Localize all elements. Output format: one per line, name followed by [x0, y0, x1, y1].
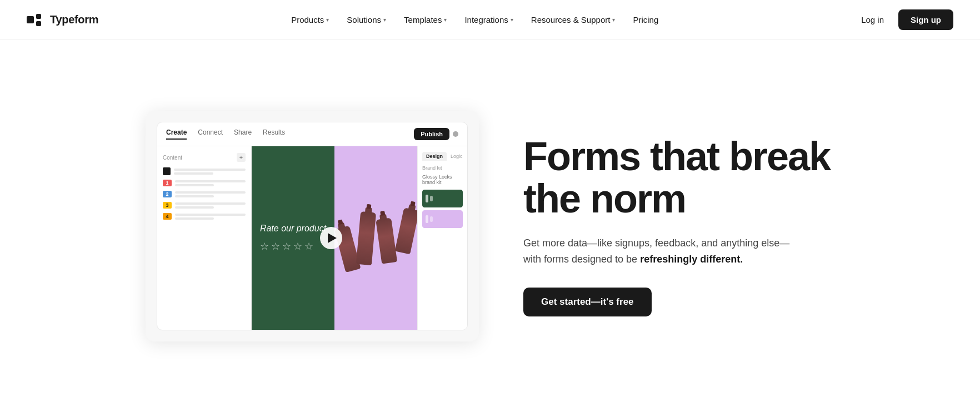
logo-square-left — [27, 16, 34, 23]
hero-section: Create Connect Share Results Publish — [0, 40, 980, 401]
mock-tab-share[interactable]: Share — [234, 128, 252, 140]
mock-item-lines — [174, 169, 246, 175]
product-screenshot: Create Connect Share Results Publish — [146, 111, 479, 341]
mock-tab-bar: Create Connect Share Results — [166, 128, 285, 140]
mock-item-line-short — [175, 195, 214, 197]
nav-item-templates: Templates ▾ — [396, 11, 454, 29]
mock-content-item[interactable]: 2 — [163, 191, 246, 197]
mock-content-sidebar: Content + — [157, 146, 252, 330]
mock-bottle-3 — [376, 217, 397, 264]
mock-item-line-short — [175, 184, 214, 186]
mock-content-item[interactable]: 1 — [163, 180, 246, 186]
mock-add-content-button[interactable]: + — [237, 153, 246, 162]
mock-item-line — [175, 214, 246, 216]
mock-color-swatch-2[interactable] — [422, 210, 463, 228]
mock-form-preview: Rate our product ☆ ☆ ☆ ☆ ☆ — [252, 146, 417, 330]
mock-topbar: Create Connect Share Results Publish — [157, 122, 467, 146]
nav-link-pricing[interactable]: Pricing — [625, 11, 666, 29]
mock-item-lines — [175, 202, 246, 209]
mock-item-line — [174, 169, 246, 171]
mock-content-item[interactable] — [163, 167, 246, 175]
mock-item-number: 2 — [163, 191, 172, 197]
mock-bottle-4 — [394, 207, 417, 254]
logo-link[interactable]: Typeform — [27, 13, 98, 27]
chevron-down-icon: ▾ — [444, 17, 447, 23]
hero-headline: Forms that break the norm — [523, 136, 834, 220]
mock-brand-kit-name: Glossy Locks brand kit — [422, 174, 463, 185]
mock-item-icon — [163, 167, 171, 175]
mock-editor: Create Connect Share Results Publish — [157, 122, 468, 330]
logo-icon — [27, 13, 44, 27]
nav-item-integrations: Integrations ▾ — [457, 11, 521, 29]
nav-links: Products ▾ Solutions ▾ Templates ▾ Integ… — [283, 11, 666, 29]
hero-text-block: Forms that break the norm Get more data—… — [523, 136, 834, 316]
nav-link-integrations[interactable]: Integrations ▾ — [457, 11, 521, 29]
login-button[interactable]: Log in — [851, 11, 894, 29]
mock-content-items: 1 2 — [163, 167, 246, 220]
mock-form-question: Rate our product — [260, 224, 326, 234]
mock-star-5: ☆ — [304, 240, 313, 253]
mock-panel-tab-design[interactable]: Design — [422, 152, 447, 161]
mock-item-line-short — [175, 206, 214, 209]
mock-design-panel: Design Logic Brand kit Glossy Locks bran… — [417, 146, 467, 330]
chevron-down-icon: ▾ — [326, 17, 329, 23]
nav-item-products: Products ▾ — [283, 11, 337, 29]
mock-content-item[interactable]: 4 — [163, 213, 246, 220]
mock-item-number: 1 — [163, 180, 172, 186]
mock-color-stripe-2 — [430, 196, 433, 201]
nav-item-solutions: Solutions ▾ — [339, 11, 394, 29]
mock-panel-tab-logic[interactable]: Logic — [447, 152, 467, 161]
mock-item-lines — [175, 214, 246, 220]
mock-item-lines — [175, 180, 246, 186]
mock-panel-tabs: Design Logic — [422, 152, 463, 161]
mock-sidebar-header: Content + — [163, 153, 246, 162]
navbar: Typeform Products ▾ Solutions ▾ Template… — [0, 0, 980, 40]
mock-tab-connect[interactable]: Connect — [198, 128, 223, 140]
nav-item-resources: Resources & Support ▾ — [523, 11, 623, 29]
nav-link-resources[interactable]: Resources & Support ▾ — [523, 11, 623, 29]
mock-item-number: 4 — [163, 213, 172, 220]
brand-name: Typeform — [50, 13, 98, 26]
mock-item-line-short — [174, 172, 213, 175]
mock-color-stripe-2 — [430, 216, 433, 222]
nav-link-products[interactable]: Products ▾ — [283, 11, 337, 29]
mock-color-inner-1 — [422, 190, 463, 207]
mock-item-line-short — [175, 217, 214, 220]
nav-item-pricing: Pricing — [625, 11, 666, 29]
mock-product-image — [334, 146, 417, 330]
nav-link-solutions[interactable]: Solutions ▾ — [339, 11, 394, 29]
mock-item-lines — [175, 191, 246, 197]
logo-square-bottom-right — [36, 21, 41, 26]
hero-subtext: Get more data—like signups, feedback, an… — [523, 235, 790, 268]
mock-color-inner-2 — [422, 210, 463, 228]
cta-button[interactable]: Get started—it's free — [523, 288, 652, 316]
mock-item-number: 3 — [163, 202, 172, 209]
nav-link-templates[interactable]: Templates ▾ — [396, 11, 454, 29]
mock-item-line — [175, 180, 246, 182]
signup-button[interactable]: Sign up — [898, 9, 953, 30]
mock-canvas: Rate our product ☆ ☆ ☆ ☆ ☆ — [252, 146, 467, 330]
logo-square-top-right — [36, 14, 41, 19]
mock-body: Content + — [157, 146, 467, 330]
chevron-down-icon: ▾ — [511, 17, 513, 23]
mock-sidebar-label: Content — [163, 155, 182, 161]
mock-form-content: Rate our product ☆ ☆ ☆ ☆ ☆ — [260, 224, 326, 253]
mock-color-stripe — [426, 215, 428, 223]
mock-tab-results[interactable]: Results — [263, 128, 285, 140]
mock-status-dot — [453, 131, 458, 137]
mock-bottle-2 — [356, 211, 376, 265]
nav-actions: Log in Sign up — [851, 9, 953, 30]
mock-star-4: ☆ — [293, 240, 302, 253]
mock-star-1: ☆ — [260, 240, 269, 253]
play-icon — [328, 233, 337, 243]
mock-tab-create[interactable]: Create — [166, 128, 187, 140]
mock-color-swatch-1[interactable] — [422, 190, 463, 207]
mock-color-stripe — [426, 195, 428, 202]
chevron-down-icon: ▾ — [612, 17, 615, 23]
mock-publish-button[interactable]: Publish — [414, 128, 449, 140]
mock-star-rating: ☆ ☆ ☆ ☆ ☆ — [260, 240, 326, 253]
mock-play-button[interactable] — [320, 227, 342, 249]
mock-content-item[interactable]: 3 — [163, 202, 246, 209]
mock-star-2: ☆ — [271, 240, 280, 253]
mock-brand-kit-label: Brand kit — [422, 165, 463, 171]
